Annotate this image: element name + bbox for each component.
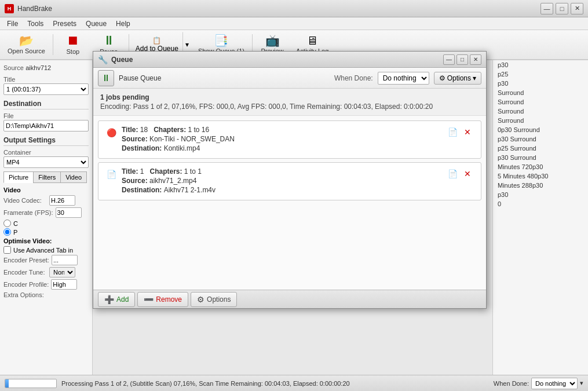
queue-pause-button[interactable]: ⏸ xyxy=(98,70,114,86)
queue-modal: 🔧 Queue — □ ✕ ⏸ Pause Queue When Done: D… xyxy=(93,51,487,309)
queue-modal-title: Queue xyxy=(111,56,133,64)
queue-status-line1: 1 jobs pending xyxy=(100,93,479,101)
queue-item-1-edit-button[interactable]: 📄 xyxy=(446,126,459,138)
queue-item-2-title: Title: 1 Chapters: 1 to 1 xyxy=(122,167,441,176)
options-label: Options xyxy=(447,74,471,82)
modal-title-bar: 🔧 Queue — □ ✕ xyxy=(93,52,486,68)
queue-toolbar: ⏸ Pause Queue When Done: Do nothing Shut… xyxy=(93,68,486,89)
add-icon: ➕ xyxy=(104,295,114,304)
queue-remove-button[interactable]: ➖ Remove xyxy=(137,292,188,307)
modal-close-button[interactable]: ✕ xyxy=(470,54,481,65)
queue-when-done-label: When Done: xyxy=(334,74,373,82)
queue-status: 1 jobs pending Encoding: Pass 1 of 2, 07… xyxy=(93,89,486,116)
modal-minimize-button[interactable]: — xyxy=(443,54,455,65)
queue-list: 🔴 Title: 18 Chapters: 1 to 16 Source: Ko… xyxy=(93,116,486,290)
bottom-options-label: Options xyxy=(207,295,231,304)
remove-icon: ➖ xyxy=(144,295,154,304)
queue-item-2-actions: 📄 ✕ xyxy=(446,167,474,180)
queue-bottom-options-button[interactable]: ⚙ Options xyxy=(191,292,237,307)
remove-label: Remove xyxy=(156,295,182,304)
queue-modal-icon: 🔧 xyxy=(98,55,108,64)
queue-bottom-bar: ➕ Add ➖ Remove ⚙ Options xyxy=(93,290,486,308)
queue-item-1-status-icon: 🔴 xyxy=(105,127,117,138)
queue-options-button[interactable]: ⚙ Options ▾ xyxy=(434,72,481,85)
queue-item-2-remove-button[interactable]: ✕ xyxy=(461,167,474,180)
queue-item-2: 📄 Title: 1 Chapters: 1 to 1 Source: aikh… xyxy=(98,162,481,200)
modal-window-controls: — □ ✕ xyxy=(443,54,481,65)
gear-icon: ⚙ xyxy=(439,74,445,82)
queue-item-1: 🔴 Title: 18 Chapters: 1 to 16 Source: Ko… xyxy=(98,120,481,159)
queue-modal-overlay: 🔧 Queue — □ ✕ ⏸ Pause Queue When Done: D… xyxy=(0,0,588,391)
queue-item-2-details: Title: 1 Chapters: 1 to 1 Source: aikhv7… xyxy=(122,167,441,195)
queue-item-2-status-icon: 📄 xyxy=(105,169,117,180)
queue-status-line2: Encoding: Pass 1 of 2, 07,16%, FPS: 000,… xyxy=(100,103,479,111)
modal-maximize-button[interactable]: □ xyxy=(456,54,468,65)
queue-item-1-details: Title: 18 Chapters: 1 to 16 Source: Kon-… xyxy=(122,126,441,154)
options-arrow-icon: ▾ xyxy=(473,74,476,82)
queue-item-1-remove-button[interactable]: ✕ xyxy=(461,126,474,138)
queue-pause-label: Pause Queue xyxy=(119,74,330,82)
queue-add-button[interactable]: ➕ Add xyxy=(98,292,135,307)
options-gear-icon: ⚙ xyxy=(197,295,204,304)
queue-item-2-source: Source: aikhv71_2.mp4 xyxy=(122,177,441,185)
add-label: Add xyxy=(116,295,129,304)
queue-item-1-dest: Destination: Kontiki.mp4 xyxy=(122,144,441,152)
queue-item-2-dest: Destination: Aikhv71 2-1.m4v xyxy=(122,186,441,194)
queue-item-1-source: Source: Kon-Tiki - NOR_SWE_DAN xyxy=(122,135,441,143)
queue-item-1-title: Title: 18 Chapters: 1 to 16 xyxy=(122,126,441,134)
queue-item-2-edit-button[interactable]: 📄 xyxy=(446,167,459,180)
queue-when-done-select[interactable]: Do nothing Shutdown Hibernate Sleep xyxy=(378,72,429,85)
modal-title-left: 🔧 Queue xyxy=(98,55,133,64)
queue-item-1-actions: 📄 ✕ xyxy=(446,126,474,138)
